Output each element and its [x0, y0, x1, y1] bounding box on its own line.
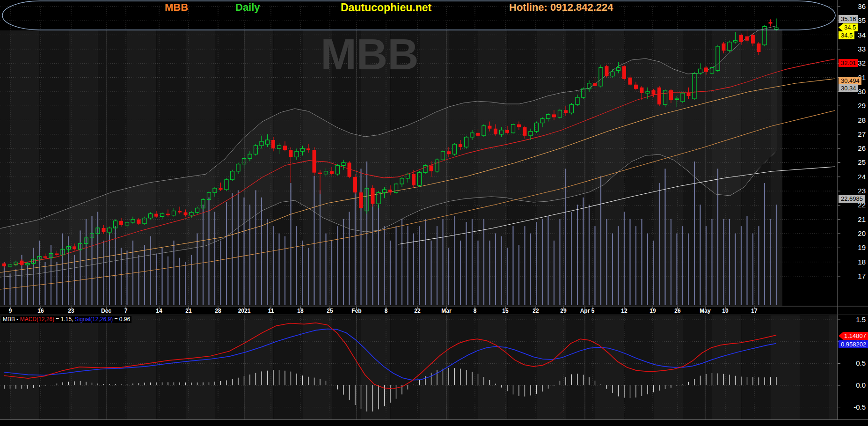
macd-histogram-bar	[320, 379, 320, 385]
macd-histogram-bar	[682, 384, 683, 385]
volume-bar	[477, 241, 478, 305]
candle-down	[704, 67, 708, 72]
volume-bar	[390, 241, 391, 305]
macd-histogram-bar	[483, 377, 484, 385]
volume-bar	[764, 183, 765, 305]
macd-histogram-bar	[413, 385, 414, 385]
macd-histogram-bar	[752, 377, 753, 385]
date-axis-label: 23	[68, 307, 74, 315]
macd-histogram-bar	[22, 385, 22, 389]
macd-histogram-bar	[121, 384, 121, 385]
macd-histogram-bar	[10, 385, 10, 389]
candle-down	[564, 110, 568, 113]
macd-histogram-bar	[729, 375, 729, 385]
price-axis-label: 23	[839, 187, 866, 195]
volume-bar	[694, 162, 695, 305]
price-axis-label: 26	[839, 144, 866, 153]
date-axis-label: 18	[297, 307, 303, 315]
macd-histogram-bar	[717, 374, 718, 385]
volume-bar	[647, 234, 648, 306]
macd-histogram-bar	[589, 377, 589, 385]
date-axis-label: 16	[37, 307, 44, 315]
macd-histogram-bar	[97, 383, 98, 385]
macd-histogram-bar	[560, 381, 560, 385]
date-axis-label: 26	[674, 307, 680, 315]
macd-histogram-bar	[770, 377, 771, 385]
volume-bar	[501, 236, 502, 305]
macd-histogram-bar	[115, 384, 116, 385]
volume-bar	[624, 212, 625, 305]
macd-histogram-bar	[583, 375, 584, 385]
volume-bar	[729, 219, 730, 305]
macd-histogram-bar	[284, 371, 285, 385]
macd-histogram-bar	[92, 383, 92, 385]
volume-bar	[671, 219, 671, 305]
macd-histogram-bar	[203, 382, 203, 385]
candle-down	[119, 221, 123, 225]
macd-legend-symbol: MBB -	[3, 316, 20, 323]
volume-bar	[571, 212, 572, 305]
macd-histogram-bar	[443, 369, 443, 385]
macd-histogram-bar	[694, 379, 694, 385]
price-axis-label: 25	[839, 158, 866, 167]
candle-down	[593, 83, 597, 86]
date-axis-label: 11	[268, 307, 274, 315]
price-tag-30.34: 30.34	[839, 84, 858, 92]
volume-bar	[723, 219, 724, 305]
candle-down	[348, 162, 351, 176]
macd-histogram-bar	[565, 377, 566, 385]
macd-histogram-bar	[741, 377, 741, 385]
site-label: Dautucophieu.net	[341, 1, 431, 14]
macd-histogram-bar	[337, 385, 338, 389]
price-tag-30.494: 30.494	[839, 77, 861, 85]
candle-down	[447, 151, 451, 154]
candle-down	[634, 85, 638, 89]
date-axis-label: Mar	[441, 307, 451, 315]
price-tag-34.5: 34.5	[839, 31, 854, 39]
volume-bar	[273, 226, 274, 305]
macd-histogram-bar	[735, 376, 736, 385]
volume-bar	[706, 226, 707, 305]
volume-bar	[559, 219, 560, 305]
candle-down	[20, 261, 24, 265]
candle-down	[757, 44, 761, 52]
candle-down	[306, 148, 310, 150]
volume-bar	[776, 205, 777, 305]
macd-histogram-bar	[642, 385, 642, 396]
macd-histogram-bar	[168, 382, 168, 385]
candle-down	[55, 253, 59, 255]
volume-bar	[547, 216, 548, 305]
macd-histogram-bar	[478, 374, 478, 385]
candle-down	[652, 90, 656, 95]
volume-bar	[554, 241, 554, 305]
macd-histogram-bar	[4, 385, 4, 389]
volume-bar	[483, 219, 484, 305]
price-axis-label: 17	[839, 272, 866, 280]
candle-down	[505, 130, 509, 133]
date-axis-label: 2021	[238, 307, 251, 315]
date-axis-label: 21	[185, 307, 191, 315]
macd-histogram-bar	[460, 369, 460, 385]
macd-histogram-bar	[665, 385, 665, 389]
candle-down	[359, 192, 363, 208]
macd-legend-signal: Signal(12,26,9)	[75, 316, 113, 323]
macd-histogram-bar	[706, 374, 706, 385]
macd-histogram-bar	[530, 385, 531, 396]
macd-histogram-bar	[27, 385, 28, 389]
macd-histogram-bar	[156, 382, 156, 385]
price-axis-label: 28	[839, 116, 866, 125]
candle-down	[353, 177, 357, 192]
volume-bar	[758, 226, 759, 305]
date-axis-label: 5	[591, 307, 595, 315]
date-axis-label: 14	[156, 307, 162, 315]
macd-histogram-bar	[671, 385, 671, 388]
macd-histogram-bar	[197, 382, 197, 385]
price-tag-0.958202: 0.958202	[839, 340, 868, 348]
volume-bar	[261, 198, 262, 305]
chart-canvas[interactable]: MBB	[0, 0, 868, 426]
macd-histogram-bar	[220, 381, 221, 385]
date-axis-label: 29	[560, 307, 566, 315]
volume-bar	[325, 234, 326, 306]
date-axis-label: 19	[649, 307, 656, 315]
macd-histogram-bar	[291, 372, 291, 385]
